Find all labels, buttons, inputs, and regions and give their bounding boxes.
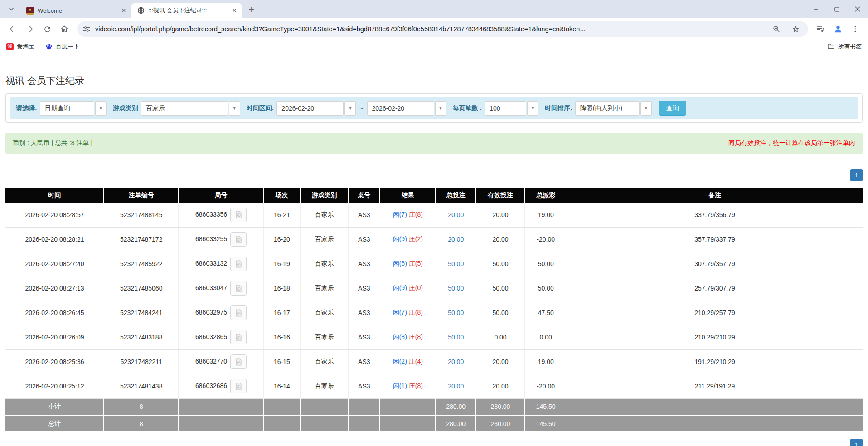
back-button[interactable] [5, 21, 21, 37]
cell-time: 2026-02-20 08:27:40 [5, 252, 104, 276]
total-bet-link[interactable]: 50.00 [448, 309, 464, 316]
table-row: 2026-02-20 08:25:36 523217482211 6860327… [5, 349, 863, 374]
address-bar[interactable]: videoie.com/ipl/portal.php/game/betrecor… [77, 21, 808, 37]
cell-game-type: 百家乐 [300, 276, 348, 301]
profile-avatar[interactable] [830, 21, 846, 37]
video-replay-button[interactable] [230, 379, 247, 393]
minimize-button[interactable] [805, 0, 826, 18]
total-bet-link[interactable]: 20.00 [448, 236, 464, 243]
cell-total-bet: 50.00 [436, 325, 476, 349]
pagination-bottom: 1 [5, 439, 863, 446]
home-button[interactable] [56, 21, 73, 37]
chevron-down-icon[interactable]: ▼ [344, 101, 356, 116]
bookmark-baidu[interactable]: 百度一下 [45, 43, 79, 51]
maximize-button[interactable] [826, 0, 847, 18]
page-1-button[interactable]: 1 [850, 439, 863, 446]
cell-bet-id: 523217484241 [104, 301, 179, 325]
video-replay-button[interactable] [230, 257, 247, 271]
player-result: 闲(8) [393, 333, 407, 340]
sort-order-label: 时间排序: [545, 104, 572, 112]
cell-game-type: 百家乐 [300, 301, 348, 325]
tab-welcome[interactable]: ♠ Welcome ✕ [21, 3, 131, 18]
bookmark-star-icon[interactable] [788, 22, 803, 36]
page-1-button[interactable]: 1 [850, 169, 863, 181]
page-title: 视讯 会员下注纪录 [5, 74, 863, 87]
cell-result: 闲(9) 庄(0) [380, 276, 436, 301]
player-result: 闲(9) [393, 235, 407, 242]
column-header: 总投注 [436, 188, 476, 203]
video-replay-button[interactable] [230, 330, 247, 344]
total-count: 8 [104, 415, 179, 432]
cell-valid-bet: 20.00 [476, 203, 525, 227]
chevron-down-icon[interactable]: ▼ [95, 101, 107, 116]
refresh-button[interactable] [39, 21, 55, 37]
cell-result: 闲(1) 庄(8) [380, 374, 436, 398]
cell-payout: 50.00 [525, 252, 567, 276]
chevron-down-icon[interactable]: ▼ [527, 101, 538, 116]
player-result: 闲(1) [393, 382, 407, 389]
cell-round: 686033255 [179, 227, 263, 252]
player-result: 闲(9) [393, 284, 407, 291]
site-settings-icon[interactable] [82, 25, 91, 33]
cell-time: 2026-02-20 08:25:12 [5, 374, 104, 398]
video-file-icon [234, 333, 243, 342]
video-replay-button[interactable] [230, 232, 247, 247]
date-from-input[interactable]: 2026-02-20 ▼ [276, 101, 356, 116]
cell-result: 闲(8) 庄(8) [380, 325, 436, 349]
close-window-button[interactable] [847, 0, 868, 18]
cell-payout: 50.00 [525, 276, 567, 301]
date-from-value: 2026-02-20 [276, 101, 344, 116]
table-row: 2026-02-20 08:26:45 523217484241 6860329… [5, 301, 863, 325]
search-button[interactable]: 查询 [659, 101, 686, 116]
chevron-down-icon[interactable]: ▼ [229, 101, 240, 116]
per-page-input[interactable]: 100 ▼ [485, 101, 538, 116]
new-tab-button[interactable]: + [246, 4, 257, 15]
sort-order-select[interactable]: 降幂(由大到小) ▼ [575, 101, 652, 116]
chevron-down-icon[interactable]: ▼ [640, 101, 652, 116]
tab-close-icon[interactable]: ✕ [230, 6, 238, 15]
cell-bet-id: 523217487172 [104, 227, 179, 252]
cell-total-bet: 50.00 [436, 276, 476, 301]
game-type-select[interactable]: 百家乐 ▼ [141, 101, 240, 116]
round-number: 686032865 [195, 333, 227, 340]
cell-bet-id: 523217482211 [104, 349, 179, 374]
total-bet-link[interactable]: 20.00 [448, 358, 464, 365]
menu-kebab-icon[interactable] [847, 21, 863, 37]
cell-total-bet: 20.00 [436, 227, 476, 252]
cell-session: 16-21 [263, 203, 300, 227]
video-replay-button[interactable] [230, 354, 247, 369]
range-separator: ~ [359, 105, 363, 112]
total-bet-link[interactable]: 50.00 [448, 334, 464, 341]
per-page-label: 每页笔数 : [453, 104, 482, 112]
all-bookmarks-button[interactable]: 所有书签 [827, 43, 862, 51]
total-total-bet: 280.00 [436, 415, 476, 432]
tab-close-icon[interactable]: ✕ [120, 6, 128, 15]
cell-table-no: AS3 [348, 227, 380, 252]
video-replay-button[interactable] [230, 305, 247, 320]
cell-table-no: AS3 [348, 252, 380, 276]
column-header: 桌号 [348, 188, 380, 203]
tab-betrecord[interactable]: :::视讯 会员下注纪录::: ✕ [131, 3, 242, 18]
bookmark-taobao[interactable]: 淘 爱淘宝 [6, 43, 34, 51]
cell-session: 16-19 [263, 252, 300, 276]
query-type-select[interactable]: 日期查询 ▼ [40, 101, 107, 116]
url-text[interactable]: videoie.com/ipl/portal.php/game/betrecor… [95, 25, 765, 33]
cell-valid-bet: 0.00 [476, 325, 525, 349]
total-bet-link[interactable]: 20.00 [448, 211, 464, 218]
media-controls-icon[interactable] [813, 21, 829, 37]
cell-total-bet: 20.00 [436, 349, 476, 374]
total-bet-link[interactable]: 50.00 [448, 285, 464, 292]
total-bet-link[interactable]: 20.00 [448, 383, 464, 390]
video-replay-button[interactable] [230, 208, 247, 222]
cell-valid-bet: 20.00 [476, 227, 525, 252]
tab-search-button[interactable] [5, 3, 17, 15]
date-to-input[interactable]: 2026-02-20 ▼ [367, 101, 446, 116]
cell-session: 16-17 [263, 301, 300, 325]
chevron-down-icon[interactable]: ▼ [435, 101, 446, 116]
cell-table-no: AS3 [348, 325, 380, 349]
cell-result: 闲(6) 庄(5) [380, 252, 436, 276]
video-replay-button[interactable] [230, 281, 247, 296]
total-bet-link[interactable]: 50.00 [448, 260, 464, 267]
zoom-icon[interactable] [769, 22, 784, 36]
forward-button[interactable] [22, 21, 38, 37]
